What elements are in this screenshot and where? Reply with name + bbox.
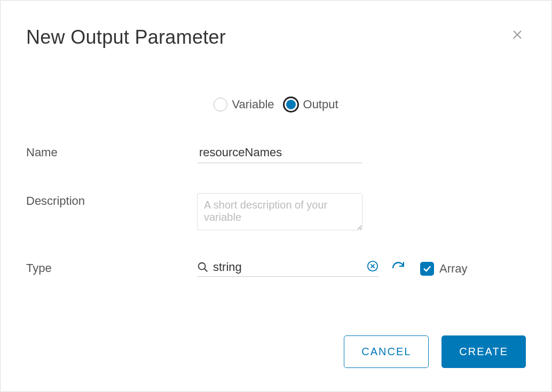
radio-circle-selected-icon bbox=[283, 97, 299, 113]
radio-variable-label: Variable bbox=[232, 98, 274, 111]
svg-point-2 bbox=[199, 263, 206, 270]
dialog-title: New Output Parameter bbox=[26, 26, 226, 49]
array-label: Array bbox=[439, 262, 468, 276]
checkbox-checked-icon bbox=[420, 262, 434, 276]
form-row-name: Name bbox=[26, 145, 526, 163]
name-input[interactable] bbox=[197, 145, 362, 163]
search-icon bbox=[197, 261, 209, 273]
dialog-footer: CANCEL CREATE bbox=[344, 335, 526, 368]
array-checkbox[interactable]: Array bbox=[420, 262, 468, 276]
dialog-new-output-parameter: New Output Parameter Variable Output Nam… bbox=[0, 0, 552, 392]
close-button[interactable] bbox=[509, 26, 526, 45]
form-row-description: Description bbox=[26, 193, 526, 230]
svg-line-3 bbox=[204, 269, 207, 271]
radio-variable[interactable]: Variable bbox=[214, 98, 274, 111]
refresh-icon bbox=[391, 261, 405, 275]
radio-output-label: Output bbox=[303, 98, 338, 111]
close-icon bbox=[511, 28, 524, 41]
clear-icon bbox=[367, 260, 378, 272]
dialog-header: New Output Parameter bbox=[26, 26, 526, 49]
type-controls: Array bbox=[197, 260, 468, 277]
type-input[interactable] bbox=[213, 260, 364, 274]
refresh-type-button[interactable] bbox=[391, 261, 405, 277]
type-input-wrap bbox=[197, 260, 378, 277]
radio-output[interactable]: Output bbox=[283, 97, 338, 113]
parameter-type-radio-group: Variable Output bbox=[26, 97, 526, 113]
description-label: Description bbox=[26, 193, 197, 208]
cancel-button[interactable]: CANCEL bbox=[344, 335, 429, 368]
form-row-type: Type bbox=[26, 260, 526, 277]
radio-circle-icon bbox=[214, 98, 227, 111]
clear-type-button[interactable] bbox=[367, 260, 378, 274]
type-label: Type bbox=[26, 260, 197, 275]
description-textarea[interactable] bbox=[197, 193, 362, 230]
name-label: Name bbox=[26, 145, 197, 159]
create-button[interactable]: CREATE bbox=[441, 335, 526, 368]
